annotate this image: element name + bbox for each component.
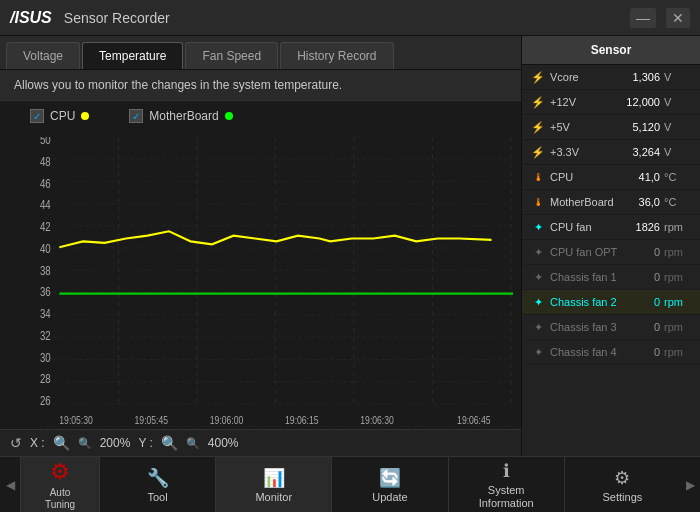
- nav-auto-tuning[interactable]: ⚙ AutoTuning: [20, 457, 100, 512]
- sensor-12v-unit: V: [664, 96, 692, 108]
- mb-dot: [225, 112, 233, 120]
- nav-settings[interactable]: ⚙ Settings: [565, 457, 680, 512]
- sensor-5v-value: 5,120: [622, 121, 660, 133]
- nav-monitor[interactable]: 📊 Monitor: [216, 457, 332, 512]
- tab-history-record[interactable]: History Record: [280, 42, 393, 69]
- nav-monitor-label: Monitor: [255, 491, 292, 503]
- svg-text:30: 30: [40, 350, 51, 364]
- svg-text:19:06:00: 19:06:00: [210, 414, 244, 426]
- info-icon: ℹ: [503, 460, 510, 482]
- nav-update[interactable]: 🔄 Update: [332, 457, 448, 512]
- sensor-chassis-fan1: ✦ Chassis fan 1 0 rpm: [522, 265, 700, 290]
- cpu-checkbox[interactable]: CPU: [30, 109, 89, 123]
- nav-right-arrow[interactable]: ▶: [680, 457, 700, 512]
- close-button[interactable]: ✕: [666, 8, 690, 28]
- sensor-chassis-fan3-unit: rpm: [664, 321, 692, 333]
- main-content: Voltage Temperature Fan Speed History Re…: [0, 36, 700, 456]
- sensor-cpu-fan-opt-unit: rpm: [664, 246, 692, 258]
- sensor-12v: ⚡ +12V 12,000 V: [522, 90, 700, 115]
- y-zoom-in-button[interactable]: 🔍: [161, 435, 178, 451]
- left-panel: Voltage Temperature Fan Speed History Re…: [0, 36, 522, 456]
- sensor-mb-temp-unit: °C: [664, 196, 692, 208]
- sensor-chassis-fan2-value: 0: [622, 296, 660, 308]
- nav-tool[interactable]: 🔧 Tool: [100, 457, 216, 512]
- sensor-12v-label: +12V: [550, 96, 618, 108]
- sensor-chassis-fan2-label: Chassis fan 2: [550, 296, 618, 308]
- svg-text:48: 48: [40, 155, 51, 169]
- fan-icon: ✦: [530, 269, 546, 285]
- sensor-cpu-fan-value: 1826: [622, 221, 660, 233]
- chart-area: 50 48 46 44 42 40 38 36 34 32 30 28 26 1…: [0, 131, 521, 429]
- tool-icon: 🔧: [147, 467, 169, 489]
- svg-text:19:05:30: 19:05:30: [59, 414, 93, 426]
- thermometer-icon: 🌡: [530, 169, 546, 185]
- svg-text:36: 36: [40, 285, 51, 299]
- sensor-33v-unit: V: [664, 146, 692, 158]
- sensor-chassis-fan2-unit: rpm: [664, 296, 692, 308]
- tab-fan-speed[interactable]: Fan Speed: [185, 42, 278, 69]
- thermometer-icon: 🌡: [530, 194, 546, 210]
- sensor-cpu-temp-unit: °C: [664, 171, 692, 183]
- bolt-icon: ⚡: [530, 94, 546, 110]
- sensor-cpu-fan-opt-value: 0: [622, 246, 660, 258]
- cpu-check-box[interactable]: [30, 109, 44, 123]
- cpu-dot: [81, 112, 89, 120]
- y-zoom-out-button[interactable]: 🔍: [186, 437, 200, 450]
- tab-temperature[interactable]: Temperature: [82, 42, 183, 69]
- sensor-cpu-temp-label: CPU: [550, 171, 618, 183]
- svg-text:32: 32: [40, 329, 51, 343]
- x-label: X :: [30, 436, 45, 450]
- fan-icon: ✦: [530, 344, 546, 360]
- nav-system-information-label: SystemInformation: [479, 484, 534, 510]
- x-zoom-in-button[interactable]: 🔍: [53, 435, 70, 451]
- svg-text:28: 28: [40, 372, 51, 386]
- sensor-mb-temp-value: 36,0: [622, 196, 660, 208]
- sensor-chassis-fan4-unit: rpm: [664, 346, 692, 358]
- svg-text:38: 38: [40, 263, 51, 277]
- sensor-chassis-fan2: ✦ Chassis fan 2 0 rpm: [522, 290, 700, 315]
- tab-voltage[interactable]: Voltage: [6, 42, 80, 69]
- nav-left-arrow[interactable]: ◀: [0, 457, 20, 512]
- minimize-button[interactable]: —: [630, 8, 656, 28]
- svg-text:44: 44: [40, 198, 51, 212]
- mb-check-box[interactable]: [129, 109, 143, 123]
- svg-text:19:06:30: 19:06:30: [360, 414, 394, 426]
- legend-row: CPU MotherBoard: [0, 101, 521, 131]
- sensor-chassis-fan3-label: Chassis fan 3: [550, 321, 618, 333]
- sensor-mb-temp: 🌡 MotherBoard 36,0 °C: [522, 190, 700, 215]
- motherboard-checkbox[interactable]: MotherBoard: [129, 109, 232, 123]
- sensor-chassis-fan1-value: 0: [622, 271, 660, 283]
- svg-text:40: 40: [40, 242, 51, 256]
- x-zoom-out-button[interactable]: 🔍: [78, 437, 92, 450]
- sensor-panel: Sensor ⚡ Vcore 1,306 V ⚡ +12V 12,000 V ⚡…: [522, 36, 700, 456]
- cpu-label: CPU: [50, 109, 75, 123]
- fan-icon: ✦: [530, 319, 546, 335]
- tab-bar: Voltage Temperature Fan Speed History Re…: [0, 36, 521, 70]
- nav-settings-label: Settings: [603, 491, 643, 503]
- sensor-cpu-fan-opt: ✦ CPU fan OPT 0 rpm: [522, 240, 700, 265]
- bolt-icon: ⚡: [530, 119, 546, 135]
- window-controls: — ✕: [630, 8, 690, 28]
- sensor-5v-unit: V: [664, 121, 692, 133]
- bottom-navigation: ◀ ⚙ AutoTuning 🔧 Tool 📊 Monitor 🔄 Update…: [0, 456, 700, 512]
- svg-text:19:06:45: 19:06:45: [457, 414, 491, 426]
- fan-icon: ✦: [530, 244, 546, 260]
- info-text: Allows you to monitor the changes in the…: [14, 78, 342, 92]
- chart-toolbar: ↺ X : 🔍 🔍 200% Y : 🔍 🔍 400%: [0, 429, 521, 456]
- sensor-5v: ⚡ +5V 5,120 V: [522, 115, 700, 140]
- y-label: Y :: [138, 436, 152, 450]
- sensor-cpu-fan: ✦ CPU fan 1826 rpm: [522, 215, 700, 240]
- settings-icon: ⚙: [614, 467, 630, 489]
- refresh-button[interactable]: ↺: [10, 435, 22, 451]
- nav-system-information[interactable]: ℹ SystemInformation: [449, 457, 565, 512]
- svg-text:34: 34: [40, 307, 51, 321]
- sensor-chassis-fan3: ✦ Chassis fan 3 0 rpm: [522, 315, 700, 340]
- sensor-33v-label: +3.3V: [550, 146, 618, 158]
- temperature-chart: 50 48 46 44 42 40 38 36 34 32 30 28 26 1…: [40, 137, 513, 427]
- app-title: Sensor Recorder: [64, 10, 630, 26]
- nav-update-label: Update: [372, 491, 407, 503]
- sensor-panel-header: Sensor: [522, 36, 700, 65]
- sensor-cpu-temp: 🌡 CPU 41,0 °C: [522, 165, 700, 190]
- svg-text:19:06:15: 19:06:15: [285, 414, 319, 426]
- sensor-cpu-fan-label: CPU fan: [550, 221, 618, 233]
